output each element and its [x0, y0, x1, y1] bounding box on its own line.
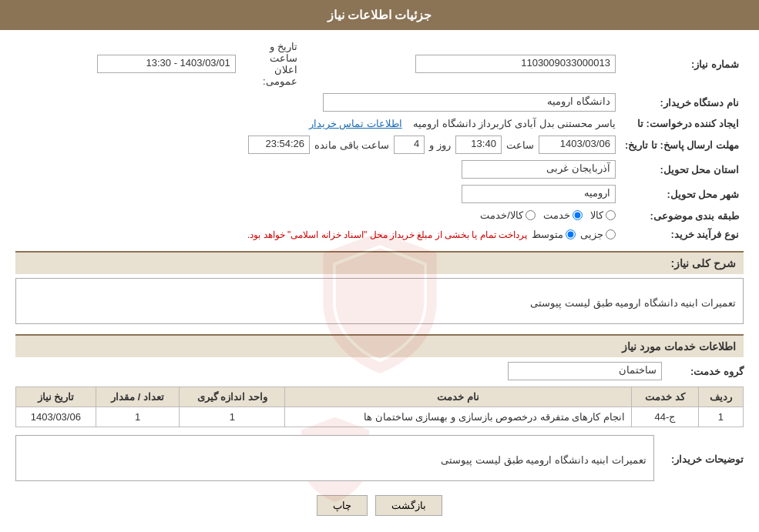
province-value-cell: آذربایجان غربی — [15, 157, 620, 182]
col-header-code: کد خدمت — [632, 387, 699, 407]
service-group-input: ساختمان — [508, 362, 662, 380]
category-radio-group: کالا خدمت کالا/خدمت — [480, 209, 616, 221]
deadline-flex: 1403/03/06 ساعت 13:40 روز و 4 ساعت باقی … — [20, 136, 616, 154]
need-number-label: شماره نیاز: — [620, 38, 744, 90]
purchase-type-row: نوع فرآیند خرید: جزیی متوسط پرداخت تمام … — [15, 226, 744, 243]
back-button[interactable]: بازگشت — [375, 495, 442, 516]
creator-row: ایجاد کننده درخواست: تا یاسر محستنی بدل … — [15, 115, 744, 132]
date-input: 1403/03/01 - 13:30 — [97, 55, 236, 73]
buyer-notes-label: توضیحات خریدار: — [659, 453, 744, 465]
services-table-body: 1 ج-44 انجام کارهای متفرقه درخصوص بازساز… — [16, 407, 744, 427]
radio-khedmat[interactable] — [573, 210, 583, 220]
org-value-cell: دانشگاه ارومیه — [15, 90, 620, 115]
purchase-type-flex: جزیی متوسط پرداخت تمام یا بخشی از مبلغ خ… — [20, 229, 616, 240]
creator-label: ایجاد کننده درخواست: تا — [620, 115, 744, 132]
category-row: طبقه بندی موضوعی: کالا خدمت — [15, 206, 744, 226]
org-label: نام دستگاه خریدار: — [620, 90, 744, 115]
description-wrapper: تعمیرات ابنیه دانشگاه ارومیه طبق لیست پی… — [15, 278, 744, 326]
content-area: شماره نیاز: 1103009033000013 تاریخ و ساع… — [0, 30, 759, 532]
radio-motavasset-label: متوسط — [532, 229, 563, 240]
radio-khedmat-label: خدمت — [543, 209, 570, 221]
services-section-header: اطلاعات خدمات مورد نیاز — [15, 334, 744, 357]
deadline-remaining-input: 23:54:26 — [248, 136, 310, 154]
category-label: طبقه بندی موضوعی: — [620, 206, 744, 226]
buttons-row: بازگشت چاپ — [15, 495, 744, 516]
table-row: 1 ج-44 انجام کارهای متفرقه درخصوص بازساز… — [16, 407, 744, 427]
service-group-row: گروه خدمت: ساختمان — [15, 362, 744, 380]
city-label: شهر محل تحویل: — [620, 182, 744, 206]
deadline-label: مهلت ارسال پاسخ: تا تاریخ: — [620, 132, 744, 157]
deadline-days-input: 4 — [394, 136, 425, 154]
deadline-time-label: ساعت — [506, 139, 534, 151]
date-value-cell: 1403/03/01 - 13:30 — [15, 38, 240, 90]
creator-value-cell: یاسر محستنی بدل آبادی کاربرداز دانشگاه ا… — [15, 115, 620, 132]
services-section-title: اطلاعات خدمات مورد نیاز — [622, 340, 736, 353]
province-label: استان محل تحویل: — [620, 157, 744, 182]
description-textarea[interactable] — [15, 278, 744, 324]
buyer-notes-wrapper: تعمیرات ابنیه دانشگاه ارومیه طبق لیست پی… — [15, 435, 654, 483]
services-table-header-row: ردیف کد خدمت نام خدمت واحد اندازه گیری ت… — [16, 387, 744, 407]
services-table: ردیف کد خدمت نام خدمت واحد اندازه گیری ت… — [15, 386, 744, 427]
need-number-input: 1103009033000013 — [415, 55, 616, 73]
radio-motavasset[interactable] — [566, 229, 576, 239]
cell-name: انجام کارهای متفرقه درخصوص بازسازی و بهس… — [285, 407, 632, 427]
need-number-row: شماره نیاز: 1103009033000013 تاریخ و ساع… — [15, 38, 744, 90]
purchase-type-note: پرداخت تمام یا بخشی از مبلغ خریداز محل "… — [247, 229, 527, 240]
deadline-date-input: 1403/03/06 — [539, 136, 616, 154]
deadline-value-cell: 1403/03/06 ساعت 13:40 روز و 4 ساعت باقی … — [15, 132, 620, 157]
province-input: آذربایجان غربی — [462, 160, 616, 179]
category-value-cell: کالا خدمت کالا/خدمت — [15, 206, 620, 226]
description-section-header: شرح کلی نیاز: — [15, 251, 744, 274]
purchase-type-label: نوع فرآیند خرید: — [620, 226, 744, 243]
cell-date: 1403/03/06 — [16, 407, 96, 427]
services-section: اطلاعات خدمات مورد نیاز گروه خدمت: ساختم… — [15, 334, 744, 427]
cell-quantity: 1 — [96, 407, 180, 427]
col-header-row-num: ردیف — [698, 387, 743, 407]
col-header-date: تاریخ نیاز — [16, 387, 96, 407]
col-header-unit: واحد اندازه گیری — [180, 387, 285, 407]
page-container: جزئیات اطلاعات نیاز شماره نیاز: 11030090… — [0, 0, 759, 532]
org-input: دانشگاه ارومیه — [323, 93, 616, 112]
org-row: نام دستگاه خریدار: دانشگاه ارومیه — [15, 90, 744, 115]
city-value-cell: ارومیه — [15, 182, 620, 206]
creator-value: یاسر محستنی بدل آبادی کاربرداز دانشگاه ا… — [413, 118, 616, 129]
description-section-title: شرح کلی نیاز: — [671, 257, 736, 269]
description-section: شرح کلی نیاز: تعمیرات ابنیه دانشگاه اروم… — [15, 251, 744, 326]
cell-unit: 1 — [180, 407, 285, 427]
print-button[interactable]: چاپ — [317, 495, 368, 516]
radio-kala-khedmat[interactable] — [526, 210, 536, 220]
cell-code: ج-44 — [632, 407, 699, 427]
radio-kala-label: کالا — [590, 209, 603, 221]
category-radio-kala[interactable]: کالا — [590, 209, 616, 221]
deadline-time-input: 13:40 — [455, 136, 502, 154]
purchase-type-value-cell: جزیی متوسط پرداخت تمام یا بخشی از مبلغ خ… — [15, 226, 620, 243]
buyer-notes-section: توضیحات خریدار: تعمیرات ابنیه دانشگاه ار… — [15, 435, 744, 483]
deadline-day-label: روز و — [429, 139, 451, 151]
city-row: شهر محل تحویل: ارومیه — [15, 182, 744, 206]
col-header-name: نام خدمت — [285, 387, 632, 407]
service-group-label: گروه خدمت: — [667, 366, 744, 377]
radio-jozi[interactable] — [606, 229, 616, 239]
radio-kala-khedmat-label: کالا/خدمت — [480, 209, 523, 221]
info-table: شماره نیاز: 1103009033000013 تاریخ و ساع… — [15, 38, 744, 243]
cell-row-num: 1 — [698, 407, 743, 427]
need-number-value: 1103009033000013 — [302, 38, 620, 90]
buyer-notes-row: توضیحات خریدار: تعمیرات ابنیه دانشگاه ار… — [15, 435, 744, 483]
col-header-qty: تعداد / مقدار — [96, 387, 180, 407]
radio-jozi-label: جزیی — [580, 229, 603, 240]
deadline-remaining-label: ساعت باقی مانده — [314, 139, 389, 151]
category-radio-khedmat[interactable]: خدمت — [543, 209, 583, 221]
category-radio-kala-khedmat[interactable]: کالا/خدمت — [480, 209, 536, 221]
radio-kala[interactable] — [606, 210, 616, 220]
purchase-type-radio-motavasset[interactable]: متوسط — [532, 229, 576, 240]
buyer-notes-textarea[interactable] — [15, 435, 654, 481]
date-label-cell: تاریخ و ساعت اعلان عمومی: — [240, 38, 302, 90]
province-row: استان محل تحویل: آذربایجان غربی — [15, 157, 744, 182]
date-label: تاریخ و ساعت اعلان عمومی: — [263, 41, 297, 87]
city-input: ارومیه — [462, 185, 616, 203]
deadline-row: مهلت ارسال پاسخ: تا تاریخ: 1403/03/06 سا… — [15, 132, 744, 157]
services-table-head: ردیف کد خدمت نام خدمت واحد اندازه گیری ت… — [16, 387, 744, 407]
creator-link[interactable]: اطلاعات تماس خریدار — [309, 118, 402, 129]
page-title: جزئیات اطلاعات نیاز — [327, 8, 432, 22]
purchase-type-radio-jozi[interactable]: جزیی — [580, 229, 616, 240]
